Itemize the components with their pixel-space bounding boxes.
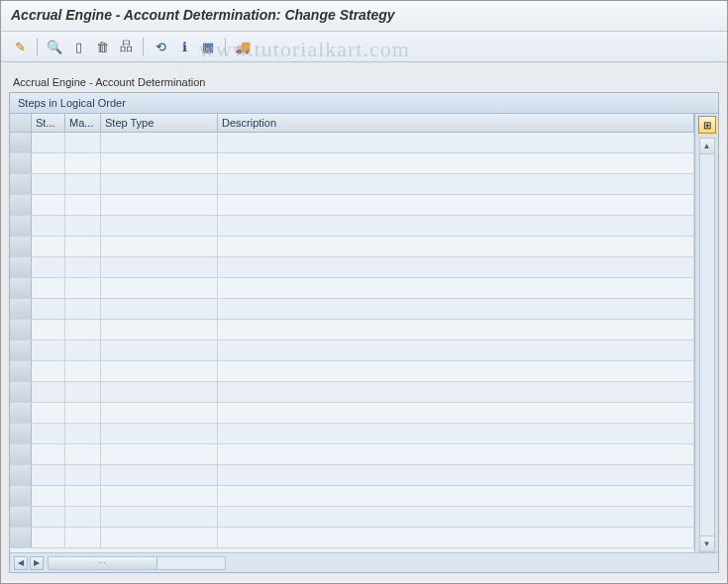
cell-ma[interactable] xyxy=(65,299,101,319)
cell-desc[interactable] xyxy=(218,465,694,485)
cell-desc[interactable] xyxy=(218,195,694,215)
cell-type[interactable] xyxy=(101,299,218,319)
cell-desc[interactable] xyxy=(218,382,694,402)
cell-st[interactable] xyxy=(32,299,65,319)
cell-st[interactable] xyxy=(32,278,65,298)
scroll-track[interactable] xyxy=(700,154,714,535)
cell-ma[interactable] xyxy=(65,382,101,402)
row-selector[interactable] xyxy=(10,361,32,381)
row-selector[interactable] xyxy=(10,195,32,215)
cell-desc[interactable] xyxy=(218,174,694,194)
cell-type[interactable] xyxy=(101,424,218,443)
cell-ma[interactable] xyxy=(65,528,101,547)
row-selector[interactable] xyxy=(10,174,32,194)
table-row[interactable] xyxy=(10,153,694,174)
table-row[interactable] xyxy=(10,133,694,153)
cell-desc[interactable] xyxy=(218,237,694,256)
binoculars-icon[interactable]: 🔍 xyxy=(44,36,65,57)
row-selector[interactable] xyxy=(10,133,32,152)
table-row[interactable] xyxy=(10,486,694,507)
cell-type[interactable] xyxy=(101,174,218,194)
table-row[interactable] xyxy=(10,403,694,424)
table-row[interactable] xyxy=(10,237,694,257)
cell-ma[interactable] xyxy=(65,237,101,256)
cell-st[interactable] xyxy=(32,382,65,402)
cell-type[interactable] xyxy=(101,133,218,152)
row-selector[interactable] xyxy=(10,278,32,298)
cell-ma[interactable] xyxy=(65,153,101,173)
horizontal-scrollbar[interactable]: ⋯ xyxy=(48,556,226,570)
cell-type[interactable] xyxy=(101,528,218,547)
table-row[interactable] xyxy=(10,174,694,195)
undo-icon[interactable]: ⟲ xyxy=(150,36,171,57)
table-row[interactable] xyxy=(10,320,694,341)
row-selector[interactable] xyxy=(10,528,32,547)
cell-st[interactable] xyxy=(32,133,65,152)
row-selector[interactable] xyxy=(10,403,32,423)
cell-st[interactable] xyxy=(32,424,65,443)
cell-ma[interactable] xyxy=(65,486,101,506)
cell-st[interactable] xyxy=(32,444,65,464)
table-row[interactable] xyxy=(10,444,694,465)
cell-ma[interactable] xyxy=(65,341,101,360)
row-selector[interactable] xyxy=(10,424,32,443)
cell-ma[interactable] xyxy=(65,216,101,236)
cell-st[interactable] xyxy=(32,486,65,506)
table-row[interactable] xyxy=(10,195,694,216)
table-row[interactable] xyxy=(10,257,694,278)
table-row[interactable] xyxy=(10,507,694,528)
hierarchy-icon[interactable]: 品 xyxy=(115,36,137,57)
row-selector[interactable] xyxy=(10,153,32,173)
col-header-st[interactable]: St... xyxy=(32,114,65,132)
page-icon[interactable]: ▯ xyxy=(67,36,89,57)
row-selector[interactable] xyxy=(10,299,32,319)
cell-desc[interactable] xyxy=(218,153,694,173)
cell-ma[interactable] xyxy=(65,195,101,215)
row-selector[interactable] xyxy=(10,341,32,360)
cell-ma[interactable] xyxy=(65,174,101,194)
cell-type[interactable] xyxy=(101,341,218,360)
cell-type[interactable] xyxy=(101,153,218,173)
table-settings-button[interactable]: ⊞ xyxy=(698,116,716,134)
table-row[interactable] xyxy=(10,278,694,299)
table-row[interactable] xyxy=(10,299,694,320)
cell-type[interactable] xyxy=(101,465,218,485)
info-icon[interactable]: ℹ xyxy=(173,36,195,57)
cell-type[interactable] xyxy=(101,320,218,340)
vertical-scrollbar[interactable]: ▲ ▼ xyxy=(699,138,715,552)
cell-st[interactable] xyxy=(32,216,65,236)
row-selector[interactable] xyxy=(10,257,32,277)
cell-desc[interactable] xyxy=(218,528,694,547)
table-row[interactable] xyxy=(10,216,694,237)
row-selector[interactable] xyxy=(10,507,32,527)
row-selector[interactable] xyxy=(10,320,32,340)
pencil-icon[interactable]: ✎ xyxy=(9,36,31,57)
row-selector[interactable] xyxy=(10,237,32,256)
cell-desc[interactable] xyxy=(218,444,694,464)
cell-ma[interactable] xyxy=(65,133,101,152)
cell-ma[interactable] xyxy=(65,403,101,423)
cell-ma[interactable] xyxy=(65,257,101,277)
row-selector[interactable] xyxy=(10,444,32,464)
cell-desc[interactable] xyxy=(218,320,694,340)
cell-ma[interactable] xyxy=(65,361,101,381)
cell-type[interactable] xyxy=(101,403,218,423)
cell-desc[interactable] xyxy=(218,507,694,527)
scroll-down-button[interactable]: ▼ xyxy=(700,535,714,551)
cell-desc[interactable] xyxy=(218,278,694,298)
cell-st[interactable] xyxy=(32,320,65,340)
col-header-selector[interactable] xyxy=(10,114,32,132)
cell-st[interactable] xyxy=(32,257,65,277)
cell-ma[interactable] xyxy=(65,278,101,298)
cell-st[interactable] xyxy=(32,465,65,485)
table-row[interactable] xyxy=(10,528,694,548)
cell-desc[interactable] xyxy=(218,424,694,443)
cell-ma[interactable] xyxy=(65,465,101,485)
cell-type[interactable] xyxy=(101,486,218,506)
cell-st[interactable] xyxy=(32,361,65,381)
row-selector[interactable] xyxy=(10,465,32,485)
cell-desc[interactable] xyxy=(218,133,694,152)
table-row[interactable] xyxy=(10,424,694,444)
cell-st[interactable] xyxy=(32,237,65,256)
cell-desc[interactable] xyxy=(218,341,694,360)
